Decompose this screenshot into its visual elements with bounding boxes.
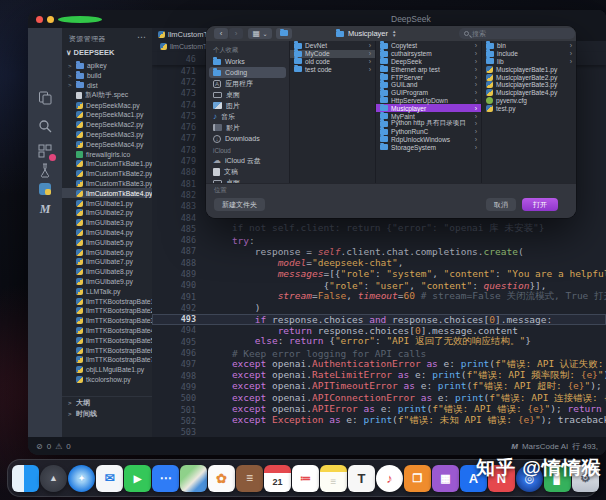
explorer-actions-icon[interactable]: ⋯	[137, 32, 146, 42]
dock-icon-facetime[interactable]: ▶	[124, 465, 151, 492]
dialog-column-item[interactable]: RdpUnlockWindows›	[376, 136, 481, 144]
dialog-column-item[interactable]: FTPServer›	[376, 73, 481, 81]
project-root[interactable]: ∨ DEEPSEEK	[66, 48, 114, 57]
file-row[interactable]: DeepSeekMac4.py	[62, 139, 152, 149]
dialog-column-item[interactable]: bin›	[482, 42, 576, 50]
search-icon[interactable]	[37, 118, 53, 134]
code-line[interactable]: 491 stream=False, timeout=60 # stream=Fa…	[152, 291, 606, 302]
file-row[interactable]: 新AI助手.spec	[62, 90, 152, 100]
dock-icon-reminders[interactable]: ≔	[292, 465, 319, 492]
code-line[interactable]: 488 model="deepseek-chat",	[152, 257, 606, 268]
dialog-column-item[interactable]: lib›	[482, 58, 576, 66]
file-row[interactable]: llmCustomTkBate3.py	[62, 179, 152, 189]
code-line[interactable]: 493 if response.choices and response.cho…	[152, 314, 606, 325]
dialog-column-item[interactable]: Python http 具有目录项目›	[376, 120, 481, 128]
file-row[interactable]: llmTTKBootstrapBate2.py	[62, 306, 152, 316]
file-row[interactable]: llmTTKBootstrapBate6.py	[62, 345, 152, 355]
dialog-column-item[interactable]: include›	[482, 50, 576, 58]
panel-大纲[interactable]: >大纲	[62, 397, 152, 408]
dialog-sidebar-item[interactable]: Coding	[209, 67, 286, 78]
file-row[interactable]: llmGUIbate9.py	[62, 277, 152, 287]
dialog-column-item[interactable]: MyCode›	[290, 50, 375, 58]
file-row[interactable]: firewallgirls.ico	[62, 149, 152, 159]
code-line[interactable]: 487 response = self.client.chat.completi…	[152, 246, 606, 257]
dialog-column-item[interactable]: DevNet›	[290, 42, 375, 50]
problems-status[interactable]: ⊘ 0 ⚠ 0	[36, 442, 71, 451]
file-row[interactable]: llmGUIbate8.py	[62, 267, 152, 277]
code-line[interactable]: 495 else: return {"error": "API 返回了无效的响应…	[152, 336, 606, 347]
file-row[interactable]: DeepSeekMac1.py	[62, 110, 152, 120]
dialog-sidebar-item[interactable]: 影片	[209, 122, 286, 133]
dialog-column-item[interactable]: Musicplayer›	[376, 104, 481, 112]
file-row[interactable]: llmGUIbate6.py	[62, 247, 152, 257]
dialog-column-item[interactable]: Ethernet arp test›	[376, 65, 481, 73]
dock-icon-notes[interactable]: ≡	[320, 465, 347, 492]
statusbar-right[interactable]: M MarsCode AI 行 493,	[511, 441, 598, 452]
dock-icon-maps[interactable]	[180, 465, 207, 492]
dock-icon-safari[interactable]: ✦	[68, 465, 95, 492]
dialog-column-item[interactable]: old code›	[290, 58, 375, 66]
location-popup[interactable]: Musicplayer ▲▼	[336, 28, 396, 39]
minimize-window-button[interactable]	[47, 16, 54, 23]
dialog-column-item[interactable]: test.py	[482, 104, 576, 112]
file-row[interactable]: >build	[62, 71, 152, 81]
dialog-column-item[interactable]: MusicplayerBate3.py	[482, 81, 576, 89]
code-line[interactable]: 503	[152, 427, 606, 438]
dialog-column-item[interactable]: PythonRunC›	[376, 128, 481, 136]
file-row[interactable]: llmTTKBootstrapBate1.py	[62, 296, 152, 306]
folder-action-button[interactable]	[276, 28, 292, 39]
testing-flask-icon[interactable]	[37, 162, 53, 178]
dialog-column-item[interactable]: DeepSeek›	[376, 58, 481, 66]
dock-icon-calendar[interactable]: 21	[264, 465, 291, 492]
file-row[interactable]: llmTTKBootstrapBate4.py	[62, 326, 152, 336]
file-row[interactable]: >apikey	[62, 61, 152, 71]
search-field[interactable]: 搜索	[459, 28, 575, 39]
dock-icon-calculator[interactable]: ▦	[432, 465, 459, 492]
dialog-column-item[interactable]: MusicplayerBate2.py	[482, 73, 576, 81]
code-line[interactable]: 485 if not self.client: return {"error":…	[152, 223, 606, 234]
dock-icon-textedit[interactable]: T	[348, 465, 375, 492]
dock-icon-photos[interactable]: ✿	[208, 465, 235, 492]
explorer-icon[interactable]	[37, 90, 53, 106]
code-line[interactable]: 486 try:	[152, 234, 606, 245]
file-row[interactable]: llmGUIbate7.py	[62, 257, 152, 267]
code-line[interactable]: 502 except Exception as e: print(f"错误: 未…	[152, 415, 606, 426]
back-button[interactable]: ‹	[214, 28, 228, 39]
dock-icon-launchpad[interactable]: ▲	[40, 465, 67, 492]
dialog-column-item[interactable]: StorageSystem›	[376, 143, 481, 151]
forward-button[interactable]: ›	[229, 28, 243, 39]
open-button[interactable]: 打开	[522, 198, 558, 211]
dialog-column-item[interactable]: Copytest›	[376, 42, 481, 50]
dialog-sidebar-item[interactable]: 文稿	[209, 166, 286, 177]
dialog-sidebar-item[interactable]: 图片	[209, 100, 286, 111]
file-row[interactable]: llmGUIbate3.py	[62, 218, 152, 228]
file-row[interactable]: llmGUIbate2.py	[62, 208, 152, 218]
file-row[interactable]: llmTTKBootstrapBate5.py	[62, 335, 152, 345]
code-line[interactable]: 492 )	[152, 302, 606, 313]
cancel-button[interactable]: 取消	[486, 198, 516, 211]
file-row[interactable]: llmGUIbate1.py	[62, 198, 152, 208]
dock-icon-music[interactable]: ♪	[376, 465, 403, 492]
close-window-button[interactable]	[36, 16, 43, 23]
dialog-column-item[interactable]: pyvenv.cfg	[482, 97, 576, 105]
dialog-sidebar-item[interactable]: Works	[209, 56, 286, 67]
file-row[interactable]: DeepSeekMac3.py	[62, 130, 152, 140]
marscode-icon[interactable]: M	[37, 201, 53, 217]
dialog-sidebar-item[interactable]: ☁iCloud 云盘	[209, 155, 286, 166]
file-row[interactable]: objLLMguiBate1.py	[62, 365, 152, 375]
dialog-column-item[interactable]: HttpServerUpDown›	[376, 97, 481, 105]
code-line[interactable]: 489 messages=[{"role": "system", "conten…	[152, 268, 606, 279]
file-row[interactable]: llmCustomTkBate2.py	[62, 169, 152, 179]
dialog-sidebar-item[interactable]: 桌面	[209, 89, 286, 100]
file-row[interactable]: llmTTKBootstrapBate7.py	[62, 355, 152, 365]
python-extension-icon[interactable]	[37, 181, 53, 197]
dialog-sidebar-item[interactable]: ♪音乐	[209, 111, 286, 122]
file-row[interactable]: llmCustomTkBate4.py	[62, 188, 152, 198]
source-control-icon[interactable]	[37, 143, 53, 159]
dialog-column-item[interactable]: MusicplayerBate4.py	[482, 89, 576, 97]
dialog-column-item[interactable]: cuthairsystem›	[376, 50, 481, 58]
dialog-column-item[interactable]: GUILand›	[376, 81, 481, 89]
dock-icon-finder[interactable]	[12, 465, 39, 492]
file-row[interactable]: >dist	[62, 81, 152, 91]
dialog-column-item[interactable]: test code›	[290, 65, 375, 73]
